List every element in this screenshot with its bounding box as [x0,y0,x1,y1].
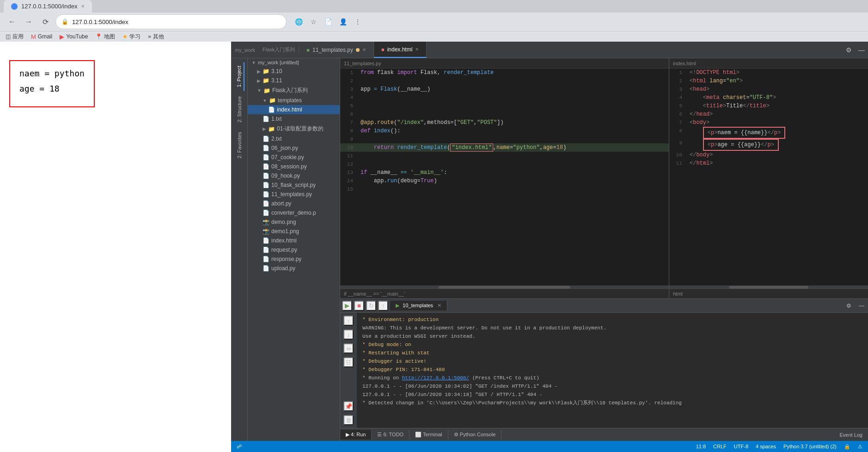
webpage-output-box: naem = python age = 18 [9,60,95,107]
code-line: 11 </html> [669,159,868,167]
back-button[interactable]: ← [6,15,18,28]
file-response[interactable]: 📄 response.py [248,254,340,264]
favorites-panel-tab[interactable]: 2: Favorites [235,128,244,162]
editor-content-left[interactable]: 1 from flask import Flask, render_templa… [340,68,669,285]
folder-01[interactable]: ▶ 📁 01-读取配置参数的 [248,124,340,134]
bookmark-gmail[interactable]: M Gmail [31,33,52,40]
ide-settings-icon[interactable]: ⚙ [842,43,855,56]
file-demo-png[interactable]: 📸 demo.png [248,217,340,227]
code-line: 4 [340,93,669,102]
file-1txt[interactable]: 📄 1.txt [248,114,340,124]
file-index-html-root[interactable]: 📄 index.html [248,236,340,245]
project-panel: ▼ my_work [untitled] ▶ 📁 3.10 ▶ 📁 3.11 ▼… [248,58,340,441]
folder-311[interactable]: ▶ 📁 3.11 [248,76,340,85]
run-scroll-down[interactable]: ↓ [343,329,354,340]
bottom-tab-todo[interactable]: ☰ 6: TODO [372,430,410,440]
file-09-hook[interactable]: 📄 09_hook.py [248,171,340,180]
bookmark-apps[interactable]: ◫ 应用 [6,33,24,41]
code-editor-right: index.html 1 <!DOCTYPE html> 2 <html lan… [669,58,868,298]
scrollbar-h-left[interactable] [340,285,669,289]
structure-panel-tab[interactable]: 2: Structure [235,93,244,126]
code-line: 9 <p>age = {{age}}</p> [669,139,868,151]
profile-icon[interactable]: 👤 [336,15,349,28]
run-button[interactable]: ▶ [342,301,352,311]
file-07-cookie[interactable]: 📄 07_cookie.py [248,153,340,162]
run-output-line: * Detected change in 'C:\\Users\\Zep\\Pv… [362,399,862,407]
editor-footer-left: if __name__ == '__main__' [340,289,669,298]
run-pin-icon[interactable]: 📌 [343,401,354,411]
status-python: Python 3.7 (untitled) (2) [783,444,837,449]
file-index-html-templates[interactable]: 📄 index.html [248,105,340,114]
run-scroll-up[interactable]: ↑ [343,316,354,326]
folder-templates[interactable]: ▼ 📁 templates [248,96,340,105]
more-options-icon[interactable]: ⋮ [351,15,364,28]
scroll-up-btn[interactable]: ↑ [378,301,388,311]
file-08-session[interactable]: 📄 08_session.py [248,162,340,171]
ide-top-tabs: my_work Flask入门系列 ■ 11_templates.py ✕ ■ … [231,42,868,58]
code-line: 8 <p>naem = {{name}}</p> [669,127,868,139]
reload-button[interactable]: ⟳ [39,15,52,28]
rerun-button[interactable]: ↻ [366,301,376,311]
project-panel-tab[interactable]: 1: Project [234,62,245,91]
editors-area: 11_templates.py 1 from flask import Flas… [340,58,868,441]
file-upload[interactable]: 📄 upload.py [248,264,340,273]
code-line: 3 <head> [669,85,868,93]
run-trash-icon[interactable]: 🗑 [343,415,354,425]
translate-icon[interactable]: 🌐 [292,15,305,28]
run-wrap-icon[interactable]: ⇔ [343,343,354,353]
file-10-flask-script[interactable]: 📄 10_flask_script.py [248,180,340,190]
bottom-tab-bar: ▶ 4: Run ☰ 6: TODO ⬜ Terminal ⚙ Python C… [340,428,868,441]
run-tab-active[interactable]: ▶ 10_templates ✕ [390,301,447,310]
file-request[interactable]: 📄 request.py [248,245,340,254]
tab-index-html[interactable]: ■ index.html ✕ [374,42,427,58]
browser-viewport: naem = python age = 18 [0,42,231,452]
code-line: 5 [340,102,669,110]
bottom-tab-terminal[interactable]: ⬜ Terminal [410,430,448,440]
editor-content-right[interactable]: 1 <!DOCTYPE html> 2 <html lang="en"> 3 <… [669,68,868,285]
file-abort[interactable]: 📄 abort.py [248,199,340,208]
file-11-templates[interactable]: 📄 11_templates.py [248,190,340,199]
scrollbar-h-right[interactable] [669,285,868,289]
forward-button[interactable]: → [22,15,35,28]
code-line: 12 [340,160,669,168]
project-root[interactable]: ▼ my_work [untitled] [248,58,340,67]
maps-icon: 📍 [95,33,102,40]
file-converter-demo[interactable]: 📄 converter_demo.p [248,208,340,217]
file-06-json[interactable]: 📄 06_json.py [248,143,340,153]
tab-index-html-close[interactable]: ✕ [415,47,419,52]
run-tab-close[interactable]: ✕ [437,303,441,308]
code-editor-left: 11_templates.py 1 from flask import Flas… [340,58,669,298]
run-filter-icon[interactable]: ☷ [343,357,354,367]
status-bar: ☍ 11:8 CRLF UTF-8 4 spaces Python 3.7 (u… [231,441,868,452]
bookmark-study[interactable]: ★ 学习 [122,33,141,41]
run-minimize-icon[interactable]: — [855,299,868,312]
file-demo1-png[interactable]: 📸 demo1.png [248,227,340,236]
bookmark-icon[interactable]: ☆ [307,15,320,28]
bottom-tab-run[interactable]: ▶ 4: Run [340,430,372,440]
tab-11-templates[interactable]: ■ 11_templates.py ✕ [299,42,374,58]
file-2txt[interactable]: 📄 2.txt [248,134,340,143]
code-line: 10 </body> [669,151,868,159]
code-line: 3 app = Flask(__name__) [340,85,669,93]
tab-11-templates-close[interactable]: ✕ [362,47,366,52]
status-warning-icon: ⚠ [858,444,862,450]
tab-search-icon[interactable]: 📄 [322,15,335,28]
folder-310[interactable]: ▶ 📁 3.10 [248,67,340,76]
tab-close-icon[interactable]: ✕ [81,4,85,9]
bottom-tab-python-console[interactable]: ⚙ Python Console [448,430,502,440]
address-input[interactable] [72,19,281,25]
event-log-label[interactable]: Event Log [834,432,868,438]
run-settings-icon[interactable]: ⚙ [842,299,855,312]
ide-close-icon[interactable]: — [855,43,868,56]
study-icon: ★ [122,33,128,40]
run-output-line: Use a production WSGI server instead. [362,332,862,341]
server-link[interactable]: http://127.0.0.1:5000/ [402,375,469,381]
stop-button[interactable]: ■ [354,301,364,311]
folder-flask[interactable]: ▼ 📁 Flask入门系列 [248,85,340,96]
bookmark-other[interactable]: » 其他 [148,33,164,41]
bookmark-youtube[interactable]: ▶ YouTube [60,33,88,40]
webpage-line-age: age = 18 [19,84,85,93]
browser-tab[interactable]: 127.0.0.1:5000/index ✕ [4,0,92,12]
status-position: 11:8 [696,444,706,449]
bookmark-maps[interactable]: 📍 地图 [95,33,115,41]
